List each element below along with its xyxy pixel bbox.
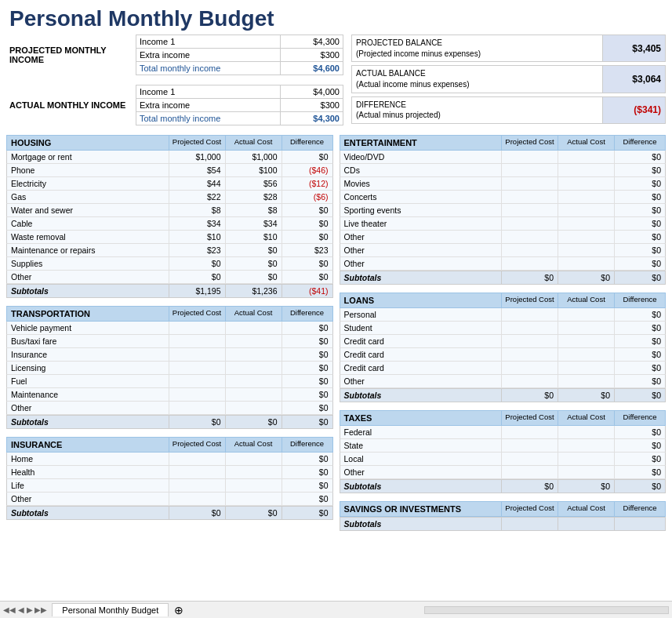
horizontal-scrollbar[interactable] <box>424 606 669 614</box>
income-row-label: Total monthly income <box>136 62 281 75</box>
row-diff: $0 <box>614 164 665 176</box>
diff-col-header: Difference <box>614 411 665 425</box>
row-actual <box>558 217 614 230</box>
row-actual <box>558 191 614 203</box>
budget-row: Electricity $44 $56 ($12) <box>6 177 333 191</box>
subtotal-row: Subtotals $0 $0 $0 <box>6 506 333 520</box>
row-projected <box>501 164 558 176</box>
actual-income-block: ACTUAL MONTHLY INCOME Income 1 $4,000 Ex… <box>6 85 343 125</box>
row-label: Credit card <box>340 362 502 374</box>
row-actual <box>558 439 614 452</box>
row-projected <box>169 335 225 347</box>
row-projected <box>169 493 225 505</box>
row-actual <box>558 151 614 163</box>
budget-section: TRANSPORTATION Projected Cost Actual Cos… <box>6 306 333 429</box>
subtotal-actual: $0 <box>225 507 282 519</box>
row-diff: $0 <box>614 244 665 256</box>
subtotal-row: Subtotals $1,195 $1,236 ($41) <box>6 284 333 298</box>
income-row-label: Total monthly income <box>136 112 281 125</box>
budget-row: Credit card $0 <box>340 362 667 375</box>
row-actual <box>558 453 614 465</box>
row-actual: $56 <box>225 177 282 190</box>
row-label: Other <box>7 402 169 414</box>
projected-income-label: PROJECTED MONTHLY INCOME <box>6 35 136 75</box>
row-label: Credit card <box>340 348 502 361</box>
row-label: Licensing <box>7 362 169 374</box>
budget-row: Home $0 <box>6 453 333 466</box>
row-actual <box>558 426 614 438</box>
budget-section: HOUSING Projected Cost Actual Cost Diffe… <box>6 135 333 298</box>
row-diff: $0 <box>614 453 665 465</box>
budget-row: Live theater $0 <box>340 217 667 231</box>
row-actual <box>558 244 614 256</box>
row-actual <box>558 257 614 270</box>
projected-balance-value: $3,405 <box>602 35 665 61</box>
section-header: INSURANCE Projected Cost Actual Cost Dif… <box>6 437 333 453</box>
row-label: Other <box>7 271 169 283</box>
row-actual: $34 <box>225 217 282 230</box>
row-label: Concerts <box>340 191 502 203</box>
income-row: Total monthly income $4,600 <box>136 62 343 75</box>
budget-row: Health $0 <box>6 466 333 479</box>
budget-row: Bus/taxi fare $0 <box>6 335 333 348</box>
row-projected <box>169 375 225 387</box>
budget-row: Other $0 <box>340 244 667 257</box>
row-diff: $0 <box>282 479 332 492</box>
row-actual <box>225 402 282 414</box>
row-actual <box>225 335 282 347</box>
diff-col-header: Difference <box>282 136 332 150</box>
row-projected <box>501 362 558 374</box>
row-label: Life <box>7 479 169 492</box>
subtotal-row: Subtotals $0 $0 $0 <box>340 271 667 285</box>
row-label: Other <box>340 244 502 256</box>
row-label: Cable <box>7 217 169 230</box>
projected-col-header: Projected Cost <box>169 307 225 321</box>
row-actual <box>558 322 614 334</box>
row-projected: $10 <box>169 231 225 243</box>
row-label: Waste removal <box>7 231 169 243</box>
budget-section: SAVINGS OR INVESTMENTS Projected Cost Ac… <box>340 501 667 531</box>
sheet-tab[interactable]: Personal Monthly Budget <box>52 603 169 616</box>
subtotal-diff: $0 <box>614 480 665 493</box>
sheet-nav-arrows[interactable]: ◀◀ ◀ ▶ ▶▶ <box>3 605 47 614</box>
subtotal-projected: $0 <box>501 271 558 284</box>
actual-col-header: Actual Cost <box>225 136 282 150</box>
budget-row: Gas $22 $28 ($6) <box>6 191 333 204</box>
row-actual <box>558 362 614 374</box>
row-projected: $1,000 <box>169 151 225 163</box>
row-label: Local <box>340 453 502 465</box>
subtotal-row: Subtotals <box>340 517 667 531</box>
row-diff: $0 <box>614 177 665 190</box>
budget-section: TAXES Projected Cost Actual Cost Differe… <box>340 410 667 493</box>
row-diff: $0 <box>614 191 665 203</box>
budget-row: State $0 <box>340 439 667 453</box>
row-diff: $0 <box>282 348 332 361</box>
row-label: Gas <box>7 191 169 203</box>
row-label: Home <box>7 453 169 465</box>
income-row: Income 1 $4,000 <box>136 85 343 99</box>
projected-col-header: Projected Cost <box>169 438 225 452</box>
actual-balance-value: $3,064 <box>602 66 665 92</box>
page: Personal Monthly Budget PROJECTED MONTHL… <box>0 0 672 618</box>
subtotal-actual: $1,236 <box>225 285 282 297</box>
row-actual: $28 <box>225 191 282 203</box>
budget-row: Licensing $0 <box>6 362 333 375</box>
row-label: Sporting events <box>340 204 502 216</box>
section-header: LOANS Projected Cost Actual Cost Differe… <box>340 293 667 308</box>
row-label: Other <box>340 466 502 478</box>
income-row: Total monthly income $4,300 <box>136 112 343 125</box>
row-diff: ($12) <box>282 177 332 190</box>
budget-row: Other $0 <box>340 257 667 271</box>
row-label: Bus/taxi fare <box>7 335 169 347</box>
row-diff: $0 <box>614 426 665 438</box>
sheet-add-icon[interactable]: ⊕ <box>174 604 183 616</box>
row-projected: $22 <box>169 191 225 203</box>
row-diff: $0 <box>614 257 665 270</box>
budget-row: Life $0 <box>6 479 333 493</box>
budget-row: CDs $0 <box>340 164 667 177</box>
row-label: Other <box>7 493 169 505</box>
income-row-value: $4,300 <box>281 112 343 125</box>
row-label: Maintenance or repairs <box>7 244 169 256</box>
row-label: Credit card <box>340 335 502 347</box>
income-row-label: Income 1 <box>136 35 281 48</box>
